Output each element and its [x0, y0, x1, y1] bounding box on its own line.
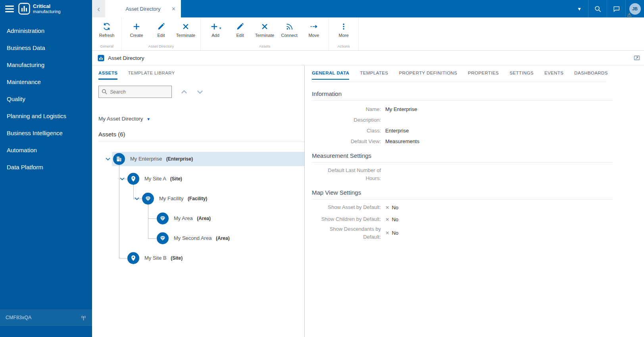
- tree-row-my-area[interactable]: My Area (Area): [92, 211, 304, 226]
- ribbon-group-label: Asset Directory: [122, 43, 200, 50]
- connect-icon: [285, 21, 294, 32]
- terminate-button[interactable]: Terminate: [173, 20, 198, 43]
- tab-close-icon[interactable]: ✕: [171, 6, 176, 12]
- edit-asset-button[interactable]: Edit: [228, 20, 252, 43]
- button-label: Create: [130, 33, 143, 38]
- tab-assets[interactable]: ASSETS: [98, 71, 117, 80]
- tree-connector-line: [148, 238, 157, 239]
- sidebar-item-automation[interactable]: Automation: [0, 142, 92, 159]
- edit-button[interactable]: Edit: [149, 20, 173, 43]
- ribbon-group-label: Assets: [201, 43, 329, 50]
- sidebar-item-quality[interactable]: Quality: [0, 90, 92, 107]
- next-result-button[interactable]: [196, 88, 204, 96]
- tab-scroll-left-button[interactable]: ‹: [92, 0, 105, 17]
- field-value: Enterprise: [385, 128, 409, 134]
- chevron-down-icon[interactable]: [119, 176, 125, 182]
- tab-general-data[interactable]: GENERAL DATA: [312, 71, 349, 80]
- section-title-measurement-settings: Measurement Settings: [312, 152, 371, 159]
- button-label: Terminate: [255, 33, 274, 38]
- left-panel-tabs: ASSETS TEMPLATE LIBRARY: [98, 71, 175, 80]
- sidebar-item-administration[interactable]: Administration: [0, 22, 92, 39]
- asset-directory-icon: [98, 55, 104, 61]
- refresh-button[interactable]: Refresh: [94, 20, 119, 43]
- sidebar-item-manufacturing[interactable]: Manufacturing: [0, 56, 92, 73]
- field-row-show-descendants-by-default: Show Descendants by Default: ✕ No: [312, 225, 398, 241]
- tree-connector-line: [148, 218, 157, 219]
- tree-row-my-facility[interactable]: My Facility (Facility): [92, 191, 304, 206]
- tree-row-my-second-area[interactable]: My Second Area (Area): [92, 231, 304, 245]
- asset-directory-selector[interactable]: My Asset Directory ▼: [98, 116, 150, 122]
- page-header: Asset Directory: [92, 51, 644, 65]
- sidebar-item-planning-logistics[interactable]: Planning and Logistics: [0, 107, 92, 124]
- tab-list-chevron-icon[interactable]: ▾: [571, 6, 588, 12]
- tree-node-label: My Enterprise: [130, 156, 162, 162]
- field-row-name: Name: My Enterprise: [312, 104, 419, 115]
- collapse-panel-icon[interactable]: [634, 55, 640, 61]
- plus-icon: [132, 21, 141, 32]
- tree-row-my-enterprise[interactable]: My Enterprise (Enterprise): [92, 152, 304, 166]
- tab-settings[interactable]: SETTINGS: [509, 71, 534, 80]
- tab-dashboards[interactable]: DASHBOARDS: [574, 71, 608, 80]
- environment-name: CMF83xQA: [6, 315, 31, 320]
- button-label: Connect: [281, 33, 298, 38]
- search-icon: [594, 5, 602, 13]
- warning-icon: ⚠: [627, 12, 632, 18]
- messages-button[interactable]: [607, 0, 625, 17]
- button-label: Refresh: [99, 33, 115, 38]
- site-pin-icon: [127, 173, 139, 185]
- tab-properties[interactable]: PROPERTIES: [468, 71, 499, 80]
- tree-node-type: (Facility): [188, 196, 207, 201]
- button-label: Edit: [158, 33, 165, 38]
- connection-status-icon[interactable]: [81, 315, 87, 321]
- move-button[interactable]: Move: [302, 20, 326, 43]
- global-search-button[interactable]: [588, 0, 607, 17]
- field-row-show-asset-by-default: Show Asset by Default: ✕ No: [312, 201, 398, 213]
- brand-name-line2: manufacturing: [33, 9, 61, 14]
- section-divider: [312, 199, 613, 199]
- asset-tree: My Enterprise (Enterprise) My Site A: [92, 152, 304, 275]
- chevron-down-icon[interactable]: [105, 156, 111, 162]
- move-arrow-icon: [310, 21, 318, 32]
- field-row-default-view: Default View: Measurements: [312, 136, 419, 147]
- measurement-settings-rows: Default Last Number of Hours:: [312, 167, 385, 182]
- facility-gem-icon: [142, 193, 154, 205]
- tab-asset-directory[interactable]: Asset Directory ✕: [105, 0, 181, 17]
- search-input[interactable]: [98, 86, 172, 98]
- field-row-description: Description:: [312, 115, 419, 125]
- connect-button[interactable]: Connect: [277, 20, 302, 43]
- tab-template-library[interactable]: TEMPLATE LIBRARY: [128, 71, 175, 80]
- sidebar-item-business-data[interactable]: Business Data: [0, 39, 92, 56]
- sidebar-item-business-intelligence[interactable]: Business Intelligence: [0, 124, 92, 142]
- sidebar-item-maintenance[interactable]: Maintenance: [0, 73, 92, 90]
- enterprise-building-icon: [113, 153, 125, 165]
- tabs-divider: [312, 82, 606, 82]
- field-label: Show Asset by Default:: [312, 203, 381, 211]
- tree-node-label: My Site B: [144, 255, 167, 261]
- section-title-map-view-settings: Map View Settings: [312, 189, 361, 196]
- tab-property-definitions[interactable]: PROPERTY DEFINITIONS: [399, 71, 457, 80]
- x-icon: [261, 21, 269, 32]
- tab-events[interactable]: EVENTS: [544, 71, 563, 80]
- chevron-down-icon[interactable]: [134, 195, 140, 202]
- button-label: More: [338, 33, 348, 38]
- field-value: No: [392, 205, 398, 211]
- terminate-asset-button[interactable]: Terminate: [252, 20, 277, 43]
- tree-node-label: My Facility: [159, 195, 183, 201]
- button-label: Move: [309, 33, 319, 38]
- section-title-information: Information: [312, 90, 342, 97]
- create-button[interactable]: Create: [124, 20, 149, 43]
- button-label: Add: [211, 33, 219, 38]
- more-button[interactable]: More: [331, 20, 356, 43]
- previous-result-button[interactable]: [180, 88, 188, 96]
- tree-row-my-site-a[interactable]: My Site A (Site): [92, 172, 304, 186]
- sidebar-item-data-platform[interactable]: Data Platform: [0, 159, 92, 176]
- hamburger-menu-icon[interactable]: [5, 6, 14, 14]
- add-button[interactable]: ▾ Add: [203, 20, 228, 43]
- tree-connector-line: [148, 205, 148, 238]
- top-app-bar: ▾ JB ⚠: [181, 0, 644, 17]
- user-menu[interactable]: JB ⚠: [625, 0, 644, 17]
- pencil-icon: [157, 21, 165, 32]
- x-icon: ✕: [385, 205, 389, 211]
- tab-templates[interactable]: TEMPLATES: [360, 71, 388, 80]
- assets-tree-panel: ASSETS TEMPLATE LIBRARY My Asset Directo…: [92, 66, 305, 337]
